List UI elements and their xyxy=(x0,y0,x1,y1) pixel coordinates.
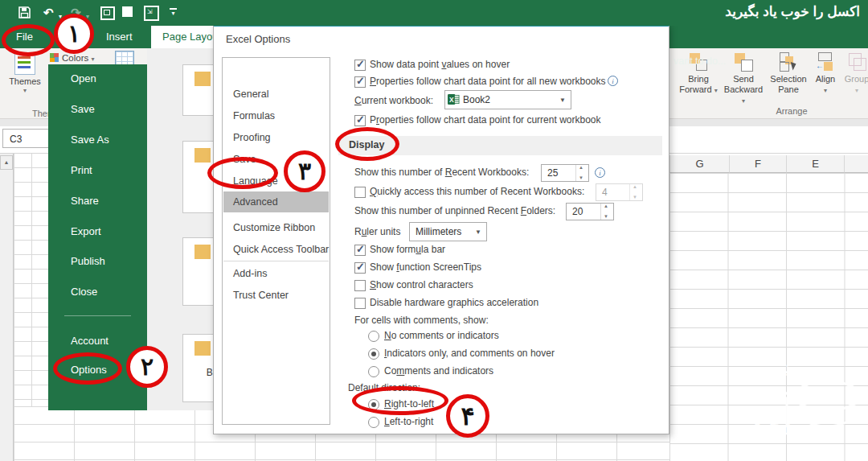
column-header-g[interactable]: G xyxy=(669,155,729,173)
group-button[interactable]: Group▾ xyxy=(842,50,868,96)
menu-item-share[interactable]: Share xyxy=(71,193,99,209)
disable-hardware-acceleration-label: Disable hardware graphics acceleration xyxy=(370,297,538,308)
indicators-only-label: Indicators only, and comments on hover xyxy=(384,348,555,359)
nav-divider xyxy=(223,261,329,261)
spinner-buttons[interactable] xyxy=(600,204,613,220)
left-to-right-radio[interactable] xyxy=(368,417,379,428)
annotation-circle-file xyxy=(2,24,55,56)
annotation-step-4: ۴ xyxy=(446,394,489,438)
card-icon xyxy=(194,245,211,259)
show-formula-bar-label: Show formula bar xyxy=(370,244,445,255)
excel-file-icon: X xyxy=(448,93,460,105)
persian-banner-text: اکسل را خوب یاد بگیرید xyxy=(725,3,860,20)
nav-item-add-ins[interactable]: Add-ins xyxy=(233,266,267,281)
chevron-down-icon: ▾ xyxy=(91,56,94,63)
recent-workbooks-label: Show this number of Recent Workbooks: xyxy=(354,167,529,178)
props-all-workbooks-checkbox[interactable] xyxy=(354,76,366,88)
square-icon[interactable] xyxy=(122,6,133,17)
comments-show-label: For cells with comments, show: xyxy=(354,315,489,326)
recent-folders-spinner[interactable]: 20 xyxy=(566,203,614,220)
tab-insert[interactable]: Insert xyxy=(95,26,144,48)
annotation-step-1: ۱ xyxy=(54,14,94,54)
menu-item-close[interactable]: Close xyxy=(71,284,97,300)
title-bar: ↶ ▾ ↷ ▾ ⇲ ▾ اکسل را خوب یاد بگیرید xyxy=(0,0,868,26)
info-icon[interactable]: i xyxy=(608,76,618,86)
quick-access-spinner: 4 xyxy=(596,183,643,201)
customize-qat-icon[interactable]: ▾ xyxy=(170,8,177,17)
chevron-down-icon: ▼ xyxy=(559,97,566,104)
column-header-e[interactable]: E xyxy=(786,155,844,173)
dialog-title: Excel Options xyxy=(226,33,290,45)
current-workbook-label: Current workbook: xyxy=(354,95,433,106)
menu-item-account[interactable]: Account xyxy=(71,333,108,349)
menu-item-print[interactable]: Print xyxy=(71,163,92,179)
menu-item-save[interactable]: Save xyxy=(71,101,95,117)
align-button[interactable]: ← Align▾ xyxy=(810,50,841,96)
menu-item-save-as[interactable]: Save As xyxy=(71,132,109,148)
chevron-down-icon: ▾ xyxy=(3,87,47,94)
advanced-pane: Show data point values on hover Properti… xyxy=(332,27,669,435)
spinner-buttons xyxy=(629,184,642,200)
save-icon[interactable] xyxy=(18,6,31,19)
scroll-up-icon[interactable]: ▲ xyxy=(0,155,13,170)
selection-pane-icon xyxy=(778,51,799,72)
show-control-characters-label: Show control characters xyxy=(370,279,473,290)
show-function-screentips-label: Show function ScreenTips xyxy=(370,261,481,273)
no-comments-label: No comments or indicators xyxy=(384,330,499,341)
sheet-shortcut-icon[interactable]: ⇲ xyxy=(144,6,159,21)
watermark-logo: نیوز ســاعد xyxy=(751,360,868,461)
colors-button[interactable]: Colors ▾ xyxy=(50,53,94,63)
svg-text:X: X xyxy=(449,96,454,104)
themes-button[interactable]: Themes ▾ xyxy=(3,50,47,94)
colors-label: Colors xyxy=(62,53,88,63)
ruler-units-label: Ruler units xyxy=(354,226,400,237)
align-icon: ← xyxy=(815,51,836,72)
send-backward-button[interactable]: Send Backward ▾ xyxy=(722,50,765,106)
menu-divider xyxy=(64,315,131,316)
selection-pane-button[interactable]: Selection Pane xyxy=(767,50,810,95)
watermark-saed-text: ســاعد xyxy=(751,410,834,444)
quick-access-label: Quickly access this number of Recent Wor… xyxy=(370,186,584,197)
disable-hardware-acceleration-checkbox[interactable] xyxy=(354,298,366,309)
recent-workbooks-spinner[interactable]: 25 xyxy=(541,164,589,182)
excel-options-dialog: Excel Options General Formulas Proofing … xyxy=(213,24,669,434)
vertical-scrollbar[interactable]: ▲ xyxy=(0,153,14,461)
recent-folders-label: Show this number of unpinned Recent Fold… xyxy=(354,205,555,216)
show-data-point-values-checkbox[interactable] xyxy=(354,60,366,71)
nav-item-trust-center[interactable]: Trust Center xyxy=(233,288,289,303)
dialog-nav: General Formulas Proofing Save Language … xyxy=(222,57,330,425)
menu-item-publish[interactable]: Publish xyxy=(71,253,105,270)
props-current-workbook-checkbox[interactable] xyxy=(354,115,366,126)
colors-icon xyxy=(50,53,59,62)
show-formula-bar-checkbox[interactable] xyxy=(354,245,366,256)
tell-me-text[interactable]: vant to do... xyxy=(674,56,726,67)
props-current-workbook-label: Properties follow chart data point for c… xyxy=(370,114,601,126)
menu-item-open[interactable]: Open xyxy=(71,71,96,87)
window-icon[interactable] xyxy=(100,6,115,20)
quick-access-checkbox[interactable] xyxy=(354,187,366,198)
card-icon xyxy=(194,148,211,163)
props-all-workbooks-label: Properties follow chart data point for a… xyxy=(370,76,606,87)
column-header-f[interactable]: F xyxy=(729,155,786,173)
quick-access-value: 4 xyxy=(602,187,608,198)
spinner-buttons[interactable] xyxy=(575,165,588,181)
info-icon[interactable]: i xyxy=(595,167,605,178)
nav-item-formulas[interactable]: Formulas xyxy=(233,109,275,123)
undo-icon[interactable]: ↶ xyxy=(43,5,54,21)
annotation-step-2: ۲ xyxy=(126,346,168,388)
current-workbook-combobox[interactable]: X Book2 ▼ xyxy=(444,90,571,109)
no-comments-radio[interactable] xyxy=(368,331,379,342)
chevron-down-icon: ▼ xyxy=(475,228,481,236)
show-control-characters-checkbox[interactable] xyxy=(354,280,366,291)
indicators-only-radio[interactable] xyxy=(368,348,379,360)
nav-item-proofing[interactable]: Proofing xyxy=(233,130,271,145)
show-function-screentips-checkbox[interactable] xyxy=(354,262,366,274)
ruler-units-combobox[interactable]: Millimeters ▼ xyxy=(409,222,487,241)
nav-item-customize-ribbon[interactable]: Customize Ribbon xyxy=(233,220,315,235)
nav-item-advanced[interactable]: Advanced xyxy=(233,195,278,209)
nav-item-general[interactable]: General xyxy=(233,87,268,101)
nav-item-quick-access-toolbar[interactable]: Quick Access Toolbar xyxy=(233,242,329,257)
column-header-partial[interactable] xyxy=(844,155,868,173)
comments-indicators-radio[interactable] xyxy=(368,366,379,377)
menu-item-export[interactable]: Export xyxy=(71,224,101,240)
